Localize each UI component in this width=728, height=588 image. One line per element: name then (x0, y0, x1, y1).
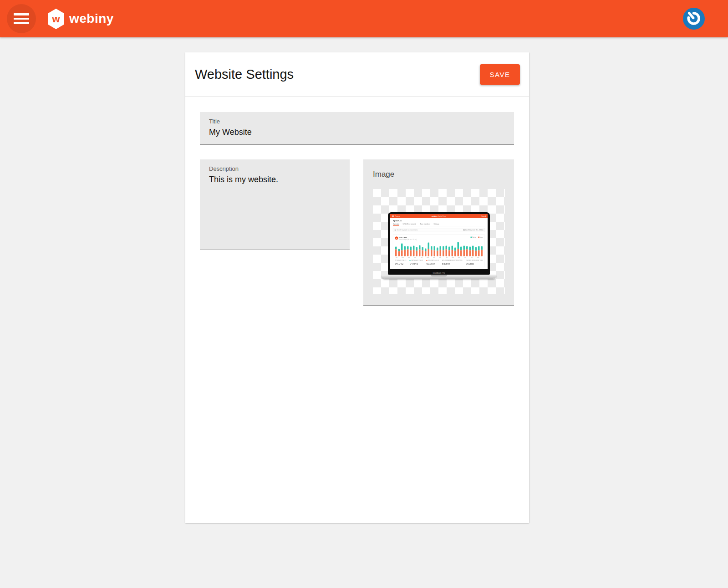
chart-bar (458, 242, 459, 256)
chart-bar (448, 247, 450, 256)
chart-bar (466, 246, 468, 256)
chart-bar (410, 247, 412, 256)
chart-bar (413, 246, 415, 256)
chart-bar (422, 247, 424, 256)
settings-form: Title My Website Description This is my … (185, 97, 529, 306)
chart-bar (437, 248, 438, 256)
mini-topbar: Projects webiny Control Panel Sven A (390, 214, 488, 218)
chart-bar (395, 247, 397, 256)
brand-wordmark: webiny (69, 11, 114, 26)
webiny-hexagon-icon: w (47, 9, 65, 29)
chart-bar (401, 244, 403, 256)
user-avatar[interactable] (683, 8, 705, 30)
chart-bar (478, 246, 480, 256)
mini-user: Sven A (481, 215, 486, 217)
stat-item: USER API CALLS69,379 (426, 260, 438, 266)
title-field-value[interactable]: My Website (209, 128, 505, 137)
device-label: MacBook Pro (401, 272, 477, 274)
mini-stats-row: TOTAL API CALLS94,342CACHE API CALLS24,9… (395, 260, 483, 266)
mini-project-title: Splash.io (393, 220, 485, 222)
save-button[interactable]: SAVE (480, 64, 520, 85)
chart-bar (472, 246, 474, 256)
mini-x-axis-labels (395, 257, 483, 258)
mini-search-placeholder: Search for people or environments (397, 230, 418, 231)
chart-bar (431, 246, 433, 256)
mini-tab: Overview (393, 223, 399, 226)
chart-bar (463, 246, 465, 256)
mini-tab: Settings (434, 223, 439, 226)
mini-tab: Team members (420, 223, 430, 226)
description-field-value[interactable]: This is my website. (209, 175, 341, 184)
chart-bar (440, 246, 442, 256)
mini-chart-legend: CacheUser (470, 236, 483, 238)
chart-bar (460, 247, 462, 256)
chart-bar (475, 247, 477, 256)
mini-chart-subtitle: Last 30 days (24 Jun - 24 Jul) (399, 239, 417, 240)
chart-bar (446, 246, 448, 256)
chart-bar (452, 246, 453, 256)
website-settings-card: Website Settings SAVE Title My Website D… (185, 52, 529, 523)
description-field-label: Description (209, 165, 341, 172)
card-header: Website Settings SAVE (185, 52, 529, 96)
calendar-icon (463, 230, 464, 231)
chart-bar (481, 246, 483, 256)
page-title: Website Settings (195, 67, 294, 82)
image-preview-dropzone[interactable]: Projects webiny Control Panel Sven A Spl… (373, 189, 505, 294)
mini-chart-card: w API Calls Last 30 days (24 Jun - 24 Ju… (393, 235, 485, 267)
hamburger-menu-icon[interactable] (7, 4, 36, 33)
mini-chart-title: API Calls (399, 236, 417, 239)
chart-bar (443, 246, 444, 256)
stat-item: API AVERAGE RESPONSE TIME563ms (442, 260, 463, 266)
mini-bar-chart (395, 242, 483, 256)
search-icon (395, 230, 396, 231)
stat-item: CACHED RESPONSE TIME769ms (466, 260, 483, 266)
chart-bar (434, 246, 436, 256)
gravatar-power-icon (683, 8, 705, 30)
image-field-label: Image (373, 170, 505, 179)
stat-item: CACHE API CALLS24,945 (410, 260, 423, 266)
chart-bar (425, 249, 427, 256)
chart-bar (416, 247, 418, 256)
laptop-screen: Projects webiny Control Panel Sven A Spl… (388, 212, 490, 275)
svg-text:w: w (51, 13, 60, 25)
chart-bar (404, 246, 406, 256)
mini-chart-hexagon-icon: w (395, 236, 398, 240)
mini-tabs: OverviewCI/CD EnvironmentsTeam membersSe… (393, 223, 485, 226)
macbook-mockup-image: Projects webiny Control Panel Sven A Spl… (382, 212, 496, 279)
chart-bar (419, 245, 421, 256)
chart-bar (407, 246, 409, 256)
title-field-label: Title (209, 118, 505, 125)
laptop-base (382, 275, 496, 279)
legend-item: Cache (470, 236, 476, 238)
chart-bar (398, 249, 400, 256)
mini-brand: webiny Control Panel (390, 215, 488, 217)
chart-bar (428, 243, 430, 256)
mini-date-filter: Last 30 days (24 Jun - 24 Jul) (463, 230, 483, 231)
webiny-logo: w webiny (47, 9, 114, 29)
title-field[interactable]: Title My Website (200, 112, 514, 145)
stat-item: TOTAL API CALLS94,342 (395, 260, 407, 266)
chart-bar (469, 247, 471, 256)
app-top-bar: w webiny (0, 0, 728, 37)
mini-tab: CI/CD Environments (403, 223, 417, 226)
mini-search-bar: Search for people or environments Last 3… (393, 228, 485, 232)
description-field[interactable]: Description This is my website. (200, 159, 350, 250)
image-field: Image Projects webiny Control Panel (363, 159, 514, 306)
legend-item: User (478, 236, 483, 238)
dashboard-thumbnail: Projects webiny Control Panel Sven A Spl… (390, 214, 488, 269)
chart-bar (454, 248, 456, 256)
